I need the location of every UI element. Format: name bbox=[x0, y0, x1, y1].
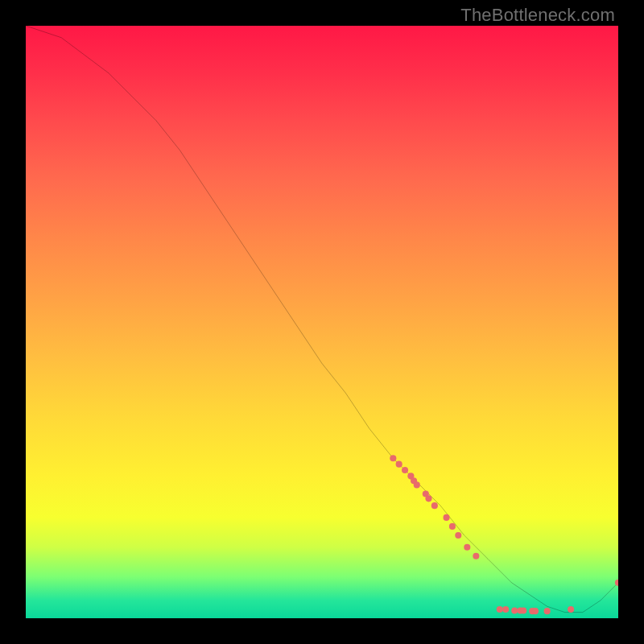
marker-point bbox=[396, 461, 402, 468]
marker-point bbox=[425, 495, 431, 502]
marker-point bbox=[390, 455, 396, 461]
chart-svg bbox=[26, 26, 618, 618]
marker-point bbox=[464, 544, 470, 551]
marker-point bbox=[455, 532, 461, 539]
marker-point bbox=[502, 606, 509, 613]
line-series bbox=[26, 26, 618, 613]
marker-point bbox=[520, 607, 526, 613]
marker-point bbox=[532, 608, 539, 614]
plot-area bbox=[26, 26, 618, 618]
watermark-text: TheBottleneck.com bbox=[460, 5, 615, 26]
marker-point bbox=[444, 514, 450, 521]
marker-point bbox=[449, 523, 456, 530]
marker-point bbox=[511, 607, 518, 613]
marker-point bbox=[473, 553, 479, 559]
marker-point bbox=[414, 481, 420, 488]
marker-point bbox=[497, 606, 503, 613]
marker-point bbox=[402, 467, 408, 473]
marker-point bbox=[615, 580, 618, 586]
chart-frame: TheBottleneck.com bbox=[0, 0, 644, 644]
marker-point bbox=[568, 606, 574, 613]
marker-point bbox=[431, 502, 438, 509]
marker-point bbox=[544, 608, 551, 614]
markers-group bbox=[390, 455, 618, 614]
